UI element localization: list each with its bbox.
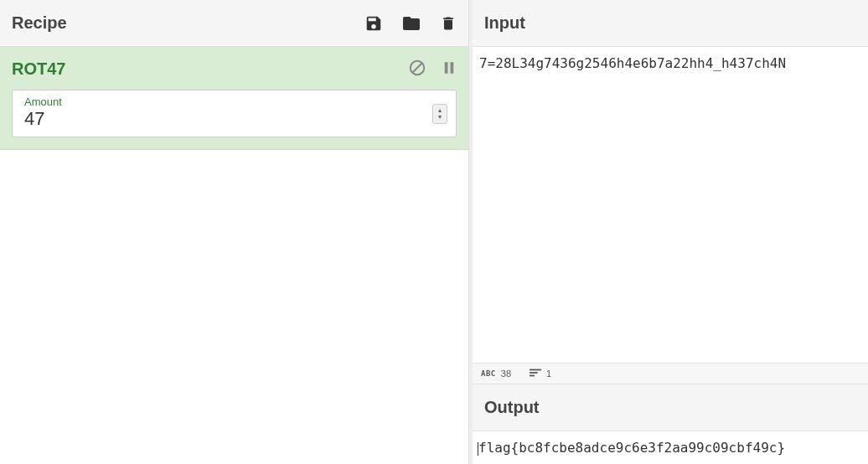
recipe-title: Recipe [12, 13, 67, 33]
folder-icon[interactable] [401, 13, 421, 34]
input-text: 7=28L34g7436g2546h4e6b7a22hh4_h437ch4N [479, 55, 786, 71]
input-header: Input [473, 0, 868, 47]
amount-input[interactable] [24, 108, 422, 130]
char-count-value: 38 [501, 369, 511, 379]
operation-name: ROT47 [12, 59, 65, 79]
recipe-panel: Recipe ROT47 [0, 0, 469, 464]
line-count-value: 1 [546, 369, 551, 379]
amount-stepper[interactable]: ▴ ▾ [432, 104, 447, 124]
recipe-header: Recipe [0, 0, 468, 47]
disable-icon[interactable] [408, 59, 426, 80]
output-title: Output [484, 398, 540, 417]
io-panel: Input 7=28L34g7436g2546h4e6b7a22hh4_h437… [469, 0, 868, 464]
lines-icon [530, 368, 541, 379]
input-title: Input [484, 13, 525, 33]
svg-line-1 [412, 63, 422, 73]
operation-rot47[interactable]: ROT47 Amount ▴ ▾ [0, 47, 468, 150]
char-count: ABC 38 [481, 369, 511, 379]
chevron-down-icon[interactable]: ▾ [438, 114, 442, 121]
operation-controls [408, 59, 457, 80]
pause-icon[interactable] [442, 59, 457, 79]
trash-icon[interactable] [440, 14, 457, 33]
input-section: Input 7=28L34g7436g2546h4e6b7a22hh4_h437… [473, 0, 868, 384]
status-bar: ABC 38 1 [473, 363, 868, 384]
output-text-area[interactable]: flag{bc8fcbe8adce9c6e3f2aa99c09cbf49c} [473, 431, 868, 464]
input-textarea[interactable]: 7=28L34g7436g2546h4e6b7a22hh4_h437ch4N [473, 47, 868, 363]
recipe-toolbar [364, 13, 457, 34]
line-count: 1 [530, 368, 551, 379]
svg-rect-2 [445, 62, 448, 74]
output-section: Output flag{bc8fcbe8adce9c6e3f2aa99c09cb… [473, 384, 868, 464]
abc-icon: ABC [481, 369, 496, 378]
output-text: flag{bc8fcbe8adce9c6e3f2aa99c09cbf49c} [478, 440, 785, 456]
amount-field[interactable]: Amount ▴ ▾ [12, 90, 457, 137]
amount-label: Amount [24, 95, 447, 108]
svg-rect-3 [451, 62, 454, 74]
operation-header: ROT47 [12, 59, 457, 80]
output-header: Output [473, 384, 868, 431]
save-icon[interactable] [364, 14, 383, 33]
recipe-body[interactable]: ROT47 Amount ▴ ▾ [0, 47, 468, 464]
